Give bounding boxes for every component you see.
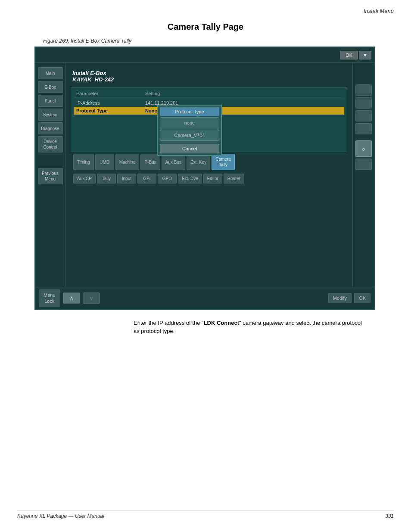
page-title: Camera Tally Page [0,18,411,38]
right-btn-5 [355,159,372,170]
tab-timing[interactable]: Timing [73,154,94,170]
desc-bold: LDK Connect [204,320,239,326]
sidebar-btn-previous-menu[interactable]: PreviousMenu [38,168,63,184]
protocol-popup-title[interactable]: Protocol Type [160,107,219,116]
right-btn-4 [355,123,372,134]
desc-before-bold: Enter the IP address of the " [134,320,204,326]
figure-caption: Figure 269. Install E-Box Camera Tally [43,38,411,44]
sidebar-btn-device-control[interactable]: DeviceControl [38,136,63,152]
main-content: Install E-Box KAYAK_HD-242 Parameter Set… [65,63,352,287]
footer-left: Kayenne XL Package — User Manual [17,513,104,519]
up-arrow-button[interactable]: ∧ [63,292,80,304]
tab-umd[interactable]: UMD [95,154,114,170]
header-title: Install Menu [364,8,394,14]
down-arrow-button[interactable]: ∨ [83,292,100,304]
protocol-popup: Protocol Type none Camera_V704 Cancel [157,105,222,156]
menu-lock-button[interactable]: MenuLock [39,289,60,307]
param-table: Parameter Setting IP-Address 141.11.219.… [71,87,347,152]
tab-gpi[interactable]: GPI [137,174,156,184]
page-footer: Kayenne XL Package — User Manual 331 [17,510,394,519]
sidebar-spacer [38,154,63,166]
modify-button[interactable]: Modify [328,293,352,303]
protocol-cancel-button[interactable]: Cancel [160,144,219,153]
tab-auxcp[interactable]: Aux CP [73,174,96,184]
up-down-button[interactable]: ⬦ [355,140,372,157]
copy-dropdown-button[interactable]: ▼ [359,51,371,59]
param-table-header: Parameter Setting [74,90,344,97]
tab-extdve[interactable]: Ext. Dve [178,174,202,184]
bottom-bar: MenuLock ∧ ∨ Modify OK [35,287,374,309]
tab-pbus[interactable]: P-Bus [140,154,160,170]
page-header: Install Menu [0,0,411,18]
right-btn-1 [355,84,372,96]
top-bar: OK ▼ [35,47,374,63]
tab-row-2: Aux CP Tally Input GPI GPO Ext. Dve Edit… [71,172,347,185]
tab-machine[interactable]: Machine [115,154,140,170]
ui-body: Main E-Box Panel System Diagnose DeviceC… [35,63,374,287]
ui-container: OK ▼ Main E-Box Panel System Diagnose De… [34,47,375,310]
col-header-setting: Setting [145,91,342,96]
right-sidebar: ⬦ [352,63,374,287]
tab-extkey[interactable]: Ext. Key [187,154,210,170]
col-header-parameter: Parameter [76,91,145,96]
protocol-option-none[interactable]: none [160,117,219,128]
tab-tally[interactable]: Tally [97,174,116,184]
tab-router[interactable]: Router [224,174,244,184]
tab-editor[interactable]: Editor [203,174,222,184]
tab-gpo[interactable]: GPO [158,174,177,184]
description-text: Enter the IP address of the "LDK Connect… [134,319,368,336]
sidebar-btn-ebox[interactable]: E-Box [38,81,63,93]
left-sidebar: Main E-Box Panel System Diagnose DeviceC… [35,63,65,287]
ebox-title-line2: KAYAK_HD-242 [72,76,347,83]
footer-right: 331 [385,513,394,519]
sidebar-btn-main[interactable]: Main [38,67,63,79]
ebox-title: Install E-Box KAYAK_HD-242 [71,67,347,83]
param-name-protocol: Protocol Type [76,108,145,113]
sidebar-btn-diagnose[interactable]: Diagnose [38,122,63,134]
ok-button[interactable]: OK [354,293,371,303]
tab-camera-tally[interactable]: CameraTally [212,154,235,170]
right-btn-2 [355,97,372,109]
ebox-title-line1: Install E-Box [72,70,347,76]
sidebar-btn-system[interactable]: System [38,109,63,121]
tab-auxbus[interactable]: Aux Bus [162,154,185,170]
protocol-option-camera[interactable]: Camera_V704 [160,130,219,141]
sidebar-btn-panel[interactable]: Panel [38,95,63,107]
param-name-ip: IP-Address [76,100,145,106]
copy-button[interactable]: OK [340,51,358,59]
right-btn-3 [355,110,372,121]
tab-input[interactable]: Input [117,174,136,184]
